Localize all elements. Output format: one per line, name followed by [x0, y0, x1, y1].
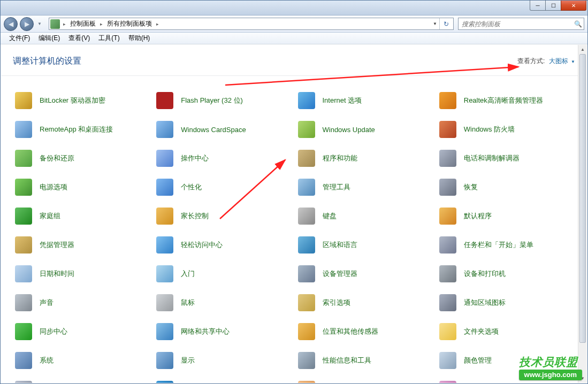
item-label: 轻松访问中心	[181, 240, 223, 250]
chevron-down-icon: ▼	[571, 59, 575, 64]
watermark: 技术员联盟 www.jsgho.com	[519, 355, 582, 380]
power-icon	[15, 179, 32, 196]
control-panel-item[interactable]: 设备和打印机	[431, 264, 572, 283]
item-label: 颜色管理	[464, 356, 492, 365]
nav-forward-button[interactable]: ▶	[20, 17, 34, 31]
control-panel-item[interactable]: BitLocker 驱动器加密	[6, 91, 148, 110]
control-panel-item[interactable]: Windows Update	[289, 120, 431, 139]
control-panel-item[interactable]: 家长控制	[148, 206, 289, 226]
control-panel-item[interactable]: 用户帐户	[289, 380, 431, 383]
item-label: Internet 选项	[323, 96, 362, 105]
menu-bar: 文件(F) 编辑(E) 查看(V) 工具(T) 帮助(H)	[1, 33, 587, 44]
breadcrumb-sep-icon[interactable]: ▸	[155, 21, 160, 27]
maximize-button[interactable]: ☐	[545, 1, 561, 11]
control-panel-item[interactable]: 英特尔® 核芯显卡	[148, 380, 289, 383]
breadcrumb-item[interactable]: 所有控制面板项	[104, 18, 155, 29]
intel-icon	[156, 381, 173, 383]
start-icon	[156, 265, 173, 282]
minimize-button[interactable]: ─	[530, 1, 546, 11]
item-label: Flash Player (32 位)	[181, 96, 243, 105]
control-panel-item[interactable]: 电话和调制解调器	[431, 149, 572, 168]
breadcrumb-sep-icon[interactable]: ▸	[62, 21, 67, 27]
control-panel-item[interactable]: 入门	[148, 264, 289, 283]
kb-icon	[298, 208, 315, 225]
menu-view[interactable]: 查看(V)	[64, 33, 94, 44]
scroll-up-button[interactable]: ▲	[578, 45, 587, 54]
sound-icon	[15, 294, 32, 311]
control-panel-item[interactable]: 任务栏和「开始」菜单	[431, 235, 572, 255]
sys-icon	[15, 352, 32, 369]
search-bar[interactable]: 🔍	[458, 18, 584, 30]
menu-help[interactable]: 帮助(H)	[124, 33, 155, 44]
control-panel-item[interactable]: 通知区域图标	[431, 293, 572, 312]
item-label: 位置和其他传感器	[323, 327, 378, 336]
view-by-dropdown[interactable]: 大图标 ▼	[549, 57, 575, 65]
view-by-label: 查看方式:	[517, 57, 545, 65]
search-icon[interactable]: 🔍	[572, 20, 584, 28]
control-panel-item[interactable]: Realtek高清晰音频管理器	[431, 91, 572, 110]
content-header: 调整计算机的设置 查看方式: 大图标 ▼	[1, 45, 587, 75]
close-button[interactable]: ✕	[561, 1, 586, 11]
vertical-scrollbar[interactable]: ▲ ▼	[578, 45, 587, 383]
disp-icon	[156, 352, 173, 369]
control-panel-item[interactable]: Flash Player (32 位)	[148, 91, 289, 110]
index-icon	[298, 294, 315, 311]
control-panel-item[interactable]: 家庭组	[6, 206, 148, 226]
control-panel-item[interactable]: 显示	[148, 351, 289, 370]
control-panel-item[interactable]: 备份和还原	[6, 149, 148, 168]
pers-icon	[156, 179, 173, 196]
refresh-button[interactable]: ↻	[439, 18, 452, 29]
control-panel-item[interactable]: 凭据管理器	[6, 235, 148, 255]
search-input[interactable]	[459, 20, 572, 28]
control-panel-item[interactable]: 声音	[6, 293, 148, 312]
nav-back-button[interactable]: ◀	[4, 17, 18, 31]
control-panel-item[interactable]: 日期和时间	[6, 264, 148, 283]
control-panel-item[interactable]: 系统	[6, 351, 148, 370]
watermark-title: 技术员联盟	[519, 355, 582, 370]
realtek-icon	[439, 92, 456, 109]
control-panel-item[interactable]: Windows 防火墙	[431, 120, 572, 139]
menu-edit[interactable]: 编辑(E)	[34, 33, 64, 44]
control-panel-item[interactable]: Windows CardSpace	[148, 120, 289, 139]
address-dropdown-icon[interactable]: ▼	[431, 21, 439, 26]
control-panel-item[interactable]: Internet 选项	[289, 91, 431, 110]
address-bar[interactable]: ▸ 控制面板 ▸ 所有控制面板项 ▸ ▼ ↻	[49, 18, 454, 30]
control-panel-item[interactable]: 索引选项	[289, 293, 431, 312]
control-panel-item[interactable]: 个性化	[148, 178, 289, 197]
control-panel-item[interactable]: 恢复	[431, 178, 572, 197]
item-label: 入门	[181, 269, 195, 279]
menu-tools[interactable]: 工具(T)	[94, 33, 124, 44]
item-label: 个性化	[181, 182, 202, 192]
control-panel-item[interactable]: 区域和语言	[289, 235, 431, 255]
modem-icon	[439, 150, 456, 167]
scroll-thumb[interactable]	[579, 54, 586, 343]
ease-icon	[156, 236, 173, 254]
control-panel-item[interactable]: 性能信息和工具	[289, 351, 431, 370]
sync-icon	[15, 323, 32, 340]
breadcrumb-sep-icon[interactable]: ▸	[99, 21, 104, 27]
control-panel-item[interactable]: 操作中心	[148, 149, 289, 168]
item-label: 索引选项	[323, 298, 350, 308]
control-panel-item[interactable]: 电源选项	[6, 178, 148, 197]
control-panel-item[interactable]: 程序和功能	[289, 149, 431, 168]
item-label: 通知区域图标	[464, 298, 506, 308]
mouse-icon	[156, 294, 173, 311]
control-panel-item[interactable]: 网络和共享中心	[148, 322, 289, 341]
control-panel-item[interactable]: 默认程序	[431, 206, 572, 226]
control-panel-item[interactable]: 轻松访问中心	[148, 235, 289, 255]
control-panel-item[interactable]: 位置和其他传感器	[289, 322, 431, 341]
control-panel-item[interactable]: 文件夹选项	[431, 322, 572, 341]
nav-history-dropdown[interactable]: ▼	[36, 19, 43, 29]
menu-file[interactable]: 文件(F)	[5, 33, 34, 44]
control-panel-item[interactable]: 同步中心	[6, 322, 148, 341]
flash-icon	[156, 92, 173, 109]
control-panel-item[interactable]: RemoteApp 和桌面连接	[6, 120, 148, 139]
control-panel-item[interactable]: 设备管理器	[289, 264, 431, 283]
item-label: 程序和功能	[323, 153, 357, 163]
control-panel-item[interactable]: 管理工具	[289, 178, 431, 197]
control-panel-item[interactable]: 疑难解答	[6, 380, 148, 383]
control-panel-item[interactable]: 鼠标	[148, 293, 289, 312]
navbar: ◀ ▶ ▼ ▸ 控制面板 ▸ 所有控制面板项 ▸ ▼ ↻ 🔍	[1, 16, 587, 33]
breadcrumb-item[interactable]: 控制面板	[67, 18, 99, 29]
control-panel-item[interactable]: 键盘	[289, 206, 431, 226]
